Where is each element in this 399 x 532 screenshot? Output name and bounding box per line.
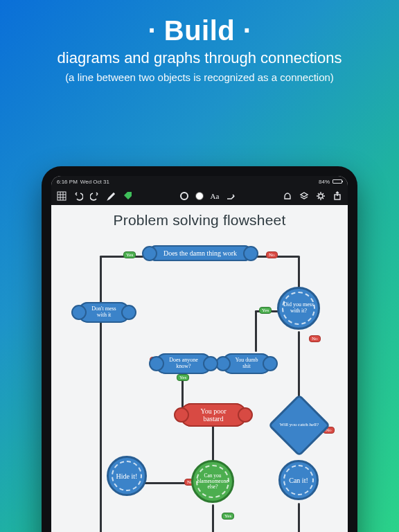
node-text: Will you catch hell? bbox=[277, 423, 321, 428]
grid-icon[interactable] bbox=[57, 191, 66, 201]
flow-node[interactable]: Don't mess with it bbox=[78, 302, 130, 323]
edge-label-yes: Yes bbox=[259, 307, 272, 314]
node-text: Did you mess with it? bbox=[279, 302, 318, 314]
flow-node-decision[interactable]: Can you blamesomeone else? bbox=[191, 460, 234, 503]
ios-status-bar: 6:16 PM Wed Oct 31 84% bbox=[51, 176, 348, 187]
flow-node[interactable]: Does anyone know? bbox=[155, 353, 212, 374]
edge-label-no: No bbox=[309, 335, 321, 342]
node-text: Don't mess with it bbox=[89, 306, 119, 319]
status-date: Wed Oct 31 bbox=[80, 179, 109, 185]
app-toolbar: Aa bbox=[51, 187, 348, 205]
hero-title: · Build · bbox=[17, 15, 382, 46]
battery-icon bbox=[332, 179, 342, 184]
node-text: Hide it! bbox=[116, 472, 138, 480]
node-text: Can it! bbox=[289, 477, 308, 484]
flowchart: Yes No Yes No No Yes Yes No No Yes Does … bbox=[51, 205, 348, 532]
layers-icon[interactable] bbox=[299, 191, 309, 201]
flow-node[interactable]: Hide it! bbox=[107, 456, 147, 496]
node-text: Does the damn thing work bbox=[163, 249, 237, 257]
svg-point-1 bbox=[319, 194, 323, 198]
color-swatch[interactable] bbox=[195, 192, 204, 200]
flow-node-decision[interactable]: Will you catch hell? bbox=[277, 403, 321, 447]
redo-icon[interactable] bbox=[90, 191, 100, 201]
flow-node-decision[interactable]: Did you mess with it? bbox=[277, 287, 320, 330]
edge-label-no: No bbox=[266, 251, 278, 258]
tablet-screen: 6:16 PM Wed Oct 31 84% bbox=[51, 176, 348, 532]
status-time: 6:16 PM bbox=[57, 179, 78, 185]
hero-note: (a line between two objects is recognize… bbox=[17, 71, 382, 83]
gear-icon[interactable] bbox=[316, 191, 326, 201]
tag-icon[interactable] bbox=[123, 191, 133, 201]
shape-circle-icon[interactable] bbox=[180, 192, 188, 200]
clap-icon[interactable] bbox=[283, 191, 292, 201]
node-text: You dumb shit bbox=[233, 357, 260, 370]
tablet-frame: 6:16 PM Wed Oct 31 84% bbox=[42, 166, 357, 532]
edge-label-yes: Yes bbox=[123, 251, 136, 258]
flow-node-start[interactable]: Does the damn thing work bbox=[148, 245, 252, 261]
drawing-canvas[interactable]: Problem solving flowsheet bbox=[51, 205, 348, 532]
text-tool[interactable]: Aa bbox=[211, 192, 220, 200]
marketing-hero: · Build · diagrams and graphs through co… bbox=[0, 0, 399, 90]
edge-label-yes: Yes bbox=[177, 374, 189, 381]
flow-node[interactable]: You dumb shit bbox=[222, 353, 272, 374]
node-text: Can you blamesomeone else? bbox=[193, 473, 232, 490]
status-battery-pct: 84% bbox=[319, 179, 330, 185]
node-text: You poor bastard bbox=[191, 407, 236, 423]
flow-node[interactable]: Can it! bbox=[278, 460, 319, 500]
flow-node-alert[interactable]: You poor bastard bbox=[180, 403, 247, 427]
pencil-icon[interactable] bbox=[107, 191, 116, 201]
undo-icon[interactable] bbox=[73, 191, 83, 201]
hero-subtitle: diagrams and graphs through connections bbox=[17, 49, 382, 67]
share-icon[interactable] bbox=[332, 191, 342, 201]
connector-icon[interactable] bbox=[226, 191, 236, 201]
edge-label-yes: Yes bbox=[222, 513, 234, 520]
node-text: Does anyone know? bbox=[166, 357, 201, 370]
svg-rect-0 bbox=[57, 192, 66, 200]
